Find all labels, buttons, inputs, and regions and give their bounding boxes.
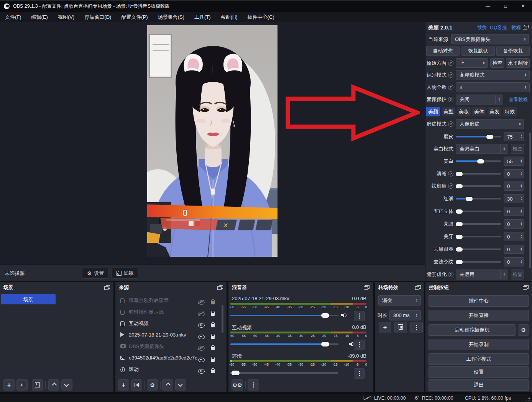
whiten-value-spinbox[interactable]: 55 ▴▾	[504, 157, 524, 166]
renew-link[interactable]: 续费	[477, 25, 487, 31]
lock-icon[interactable]	[211, 368, 215, 375]
autofocus-button[interactable]: 自动对焦	[426, 46, 460, 56]
add-transition-button[interactable]: +	[379, 322, 391, 333]
exit-button[interactable]: 退出	[429, 379, 529, 391]
slider-knob[interactable]	[321, 342, 329, 346]
virtual-camera-settings-button[interactable]: ⚙	[518, 324, 529, 336]
lock-icon[interactable]	[211, 322, 215, 329]
clarity-slider[interactable]	[456, 173, 501, 175]
source-row[interactable]: e394502df49aa5fc2a99cd2e7c	[117, 353, 225, 363]
menu-plugin-center[interactable]: 插件中心(C)	[243, 12, 279, 22]
tab-effects[interactable]: 特效	[503, 107, 517, 116]
restore-defaults-button[interactable]: 恢复默认	[461, 46, 495, 56]
remove-scene-button[interactable]	[16, 379, 28, 391]
source-row[interactable]: 弹幕点歌列表显示	[117, 295, 225, 306]
source-filters-button[interactable]: 滤镜	[112, 268, 138, 279]
bare-face-protect-dropdown[interactable]: 关闭 ▴▾	[456, 95, 503, 105]
bright-eyes-value-spinbox[interactable]: 0 ▴▾	[504, 219, 524, 229]
rosy-slider[interactable]	[456, 198, 501, 199]
resize-grip[interactable]	[526, 397, 530, 401]
plugin-center-button[interactable]: 插件中心	[429, 295, 529, 307]
transition-options-button[interactable]	[410, 322, 423, 333]
move-scene-up-button[interactable]	[48, 379, 59, 391]
source-row[interactable]: 2025-07-18 21-29-03.mkv	[117, 330, 225, 340]
start-streaming-button[interactable]: 开始直播	[429, 310, 529, 321]
menu-view[interactable]: 视图(V)	[53, 12, 79, 22]
teeth-slider[interactable]	[456, 236, 501, 237]
smooth-value-spinbox[interactable]: 75 ▴▾	[504, 132, 524, 141]
orientation-check-button[interactable]: 检查	[490, 58, 504, 68]
lock-icon[interactable]	[211, 310, 215, 317]
help-icon[interactable]	[448, 183, 453, 189]
dark-circles-slider[interactable]	[456, 248, 501, 250]
menu-help[interactable]: 帮助(H)	[216, 12, 243, 22]
menu-profile[interactable]: 配置文件(P)	[116, 12, 153, 22]
volume-slider[interactable]	[230, 343, 338, 345]
studio-mode-button[interactable]: 工作室模式	[429, 353, 529, 365]
start-recording-button[interactable]: 开始录制	[429, 339, 529, 350]
lock-icon[interactable]	[211, 333, 215, 340]
lock-icon[interactable]	[211, 345, 215, 352]
slider-knob[interactable]	[456, 184, 463, 188]
add-source-button[interactable]: +	[118, 379, 129, 391]
face-3d-value-spinbox[interactable]: 0 ▴▾	[504, 207, 524, 216]
source-properties-button[interactable]: ⚙	[147, 379, 158, 391]
slider-knob[interactable]	[456, 247, 463, 252]
backup-restore-button[interactable]: 备份恢复	[496, 46, 530, 56]
move-source-down-button[interactable]	[175, 379, 186, 391]
help-icon[interactable]	[448, 60, 453, 66]
popout-icon[interactable]	[364, 285, 369, 290]
tab-body[interactable]: 美体	[472, 107, 486, 116]
beauty-scrollbar[interactable]	[529, 132, 531, 268]
popout-icon[interactable]	[523, 285, 529, 290]
move-source-up-button[interactable]	[162, 379, 173, 391]
eye-icon[interactable]	[198, 368, 204, 374]
remove-source-button[interactable]	[131, 379, 142, 391]
menu-edit[interactable]: 编辑(E)	[26, 12, 53, 22]
lock-icon[interactable]	[211, 299, 215, 306]
mixer-options-button[interactable]	[248, 379, 259, 391]
blemish-value-spinbox[interactable]: 0 ▴▾	[504, 181, 524, 191]
slider-knob[interactable]	[232, 371, 240, 375]
face-3d-slider[interactable]	[456, 211, 501, 212]
menu-docks[interactable]: 停靠窗口(D)	[79, 12, 116, 22]
tutorial-link[interactable]: 教程	[511, 25, 521, 31]
eye-off-icon[interactable]	[198, 299, 204, 306]
minimize-button[interactable]: —	[479, 0, 497, 12]
slider-knob[interactable]	[456, 260, 463, 264]
bg-blur-dropdown[interactable]: 未启用 ▴▾	[456, 270, 508, 279]
advanced-audio-button[interactable]: ⚙⚙	[232, 379, 243, 391]
volume-slider[interactable]	[230, 372, 338, 374]
view-tutorial-link[interactable]: 查看教程	[509, 96, 528, 103]
orientation-dropdown[interactable]: 上 ▴▾	[456, 58, 488, 68]
source-row[interactable]: 时钟插件显示源	[117, 307, 225, 317]
eye-icon[interactable]	[198, 333, 204, 340]
teeth-value-spinbox[interactable]: 0 ▴▾	[504, 232, 524, 241]
smooth-slider[interactable]	[456, 136, 501, 137]
channel-options-button[interactable]	[354, 340, 365, 350]
preview-video[interactable]: 0 ✕	[147, 25, 277, 257]
scene-filters-button[interactable]	[32, 379, 43, 391]
source-row[interactable]: OBS美颜摄像头	[117, 341, 225, 352]
popout-icon[interactable]	[104, 285, 110, 290]
eye-off-icon[interactable]	[198, 345, 204, 351]
slider-knob[interactable]	[456, 172, 463, 176]
sources-scrollbar[interactable]	[222, 305, 223, 333]
close-button[interactable]: ✕	[514, 0, 532, 12]
eye-off-icon[interactable]	[198, 310, 204, 317]
maximize-button[interactable]: □	[497, 0, 514, 12]
smile-lines-value-spinbox[interactable]: 0 ▴▾	[504, 257, 524, 266]
source-properties-button[interactable]: ⚙ 设置	[82, 268, 109, 279]
help-icon[interactable]	[448, 171, 453, 176]
slider-knob[interactable]	[466, 197, 473, 201]
help-icon[interactable]	[448, 85, 453, 90]
tab-makeup[interactable]: 美妆	[457, 107, 471, 116]
rosy-value-spinbox[interactable]: 30 ▴▾	[504, 194, 524, 203]
popout-icon[interactable]	[415, 285, 421, 290]
eye-icon[interactable]	[198, 356, 204, 363]
menu-tools[interactable]: 工具(T)	[189, 12, 216, 22]
person-count-spinner[interactable]: 4 ▴▾	[456, 82, 530, 92]
slider-knob[interactable]	[456, 235, 463, 239]
slider-knob[interactable]	[456, 209, 463, 214]
start-virtual-camera-button[interactable]: 启动虚拟摄像机	[429, 324, 516, 336]
